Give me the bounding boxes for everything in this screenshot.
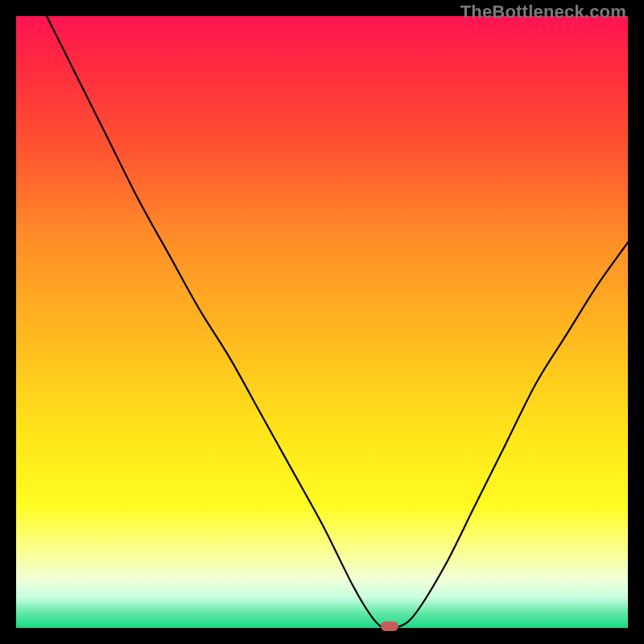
watermark-label: TheBottleneck.com [460, 2, 626, 23]
chart-plot-area [16, 16, 628, 628]
optimal-point-marker [381, 621, 398, 631]
